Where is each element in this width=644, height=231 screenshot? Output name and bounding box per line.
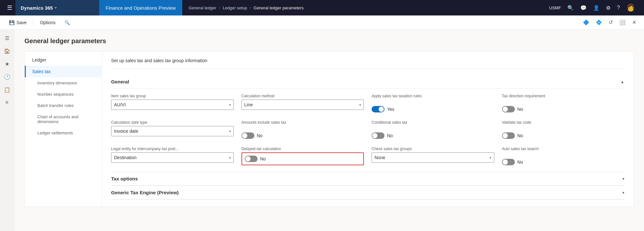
- save-icon: 💾: [9, 20, 14, 25]
- nav-item-inventory-dimensions[interactable]: Inventory dimensions: [25, 77, 102, 89]
- save-label: Save: [16, 20, 27, 25]
- brand-section: Dynamics 365 ▾: [15, 0, 99, 15]
- word-icon[interactable]: 💠: [593, 17, 605, 27]
- calculation-date-type-chevron: ▾: [229, 130, 231, 133]
- auto-sales-tax-search-field: Auto sales tax search No: [502, 147, 625, 165]
- search-icon[interactable]: 🔍: [565, 3, 576, 13]
- sidebar-workspaces-icon[interactable]: 📋: [1, 84, 13, 95]
- delayed-tax-calculation-toggle-field: No: [245, 156, 361, 162]
- general-section-title: General: [111, 79, 129, 84]
- validate-tax-code-label: Validate tax code: [502, 120, 625, 125]
- tax-direction-toggle-field: No: [502, 100, 625, 112]
- validate-tax-code-field: Validate tax code No: [502, 120, 625, 139]
- check-sales-tax-groups-label: Check sales tax groups: [372, 147, 494, 151]
- close-icon[interactable]: ✕: [630, 17, 639, 27]
- item-sales-tax-group-field: Item sales tax group AU/VI ▾: [111, 94, 234, 112]
- validate-tax-code-toggle[interactable]: [502, 132, 515, 139]
- apply-sales-tax-toggle[interactable]: [372, 106, 384, 112]
- nav-item-number-sequences[interactable]: Number sequences: [25, 89, 102, 100]
- tax-options-collapse-icon: ▾: [622, 177, 624, 181]
- brand-name: Dynamics 365: [21, 5, 53, 11]
- generic-tax-engine-title: Generic Tax Engine (Preview): [111, 190, 179, 195]
- amounts-include-value: No: [257, 133, 263, 138]
- check-sales-tax-groups-select[interactable]: None ▾: [372, 152, 494, 163]
- sidebar-recent-icon[interactable]: 🕐: [1, 71, 13, 82]
- legal-entity-value: Destination: [114, 155, 137, 160]
- amounts-include-toggle[interactable]: [242, 132, 254, 139]
- command-bar: 💾 Save Options 🔍 🔷 💠 ↺ ⬜ ✕: [0, 15, 644, 30]
- search-button[interactable]: 🔍: [61, 18, 74, 27]
- tax-direction-toggle[interactable]: [502, 106, 515, 112]
- breadcrumb-general-ledger[interactable]: General ledger: [189, 5, 216, 10]
- brand-chevron-icon[interactable]: ▾: [55, 5, 57, 10]
- delayed-tax-calculation-field: Delayed tax calculation No: [242, 147, 364, 165]
- form-row-2: Calculation date type Invoice date ▾ Amo…: [111, 115, 624, 141]
- item-sales-tax-group-value: AU/VI: [114, 102, 126, 107]
- legal-entity-label: Legal entity for intercompany tax post..…: [111, 147, 234, 151]
- amounts-include-toggle-field: No: [242, 126, 364, 139]
- check-sales-tax-groups-value: None: [374, 155, 385, 160]
- form-layout: Ledger Sales tax Inventory dimensions Nu…: [24, 51, 634, 207]
- help-icon[interactable]: ?: [614, 3, 622, 13]
- legal-entity-field: Legal entity for intercompany tax post..…: [111, 147, 234, 165]
- options-button[interactable]: Options: [36, 18, 59, 27]
- check-sales-tax-groups-field: Check sales tax groups None ▾: [372, 147, 494, 165]
- conditional-sales-tax-field: Conditional sales tax No: [372, 120, 494, 139]
- top-navigation-bar: ☰ Dynamics 365 ▾ Finance and Operations …: [0, 0, 644, 15]
- general-section: General ▲ Item sales tax group AU/VI ▾: [111, 75, 624, 172]
- conditional-sales-tax-toggle-field: No: [372, 126, 494, 139]
- save-button[interactable]: 💾 Save: [5, 18, 31, 27]
- apply-sales-tax-toggle-field: Yes: [372, 100, 494, 112]
- tax-options-section: Tax options ▾: [111, 172, 624, 186]
- calculation-method-label: Calculation method: [242, 94, 364, 98]
- breadcrumb: General ledger › Ledger setup › General …: [182, 5, 547, 10]
- item-sales-tax-group-select[interactable]: AU/VI ▾: [111, 100, 234, 110]
- conditional-sales-tax-toggle[interactable]: [372, 132, 384, 139]
- sidebar-home-icon[interactable]: 🏠: [1, 45, 13, 57]
- user-circle-icon[interactable]: 👤: [591, 3, 602, 13]
- command-bar-right: 🔷 💠 ↺ ⬜ ✕: [580, 17, 639, 27]
- delayed-tax-calculation-value: No: [260, 156, 266, 161]
- generic-tax-engine-header[interactable]: Generic Tax Engine (Preview) ▾: [111, 186, 624, 199]
- nav-item-batch-transfer-rules[interactable]: Batch transfer rules: [25, 100, 102, 111]
- restore-icon[interactable]: ⬜: [617, 17, 628, 27]
- nav-item-ledger[interactable]: Ledger: [25, 54, 102, 66]
- sidebar-nav-icon[interactable]: ☰: [1, 32, 13, 44]
- settings-icon[interactable]: ⚙: [603, 3, 613, 13]
- form-row-3: Legal entity for intercompany tax post..…: [111, 141, 624, 172]
- apply-sales-tax-label: Apply sales tax taxation rules: [372, 94, 494, 98]
- avatar-icon[interactable]: 👩: [624, 2, 638, 14]
- tax-direction-field: Tax direction requirement No: [502, 94, 625, 112]
- auto-sales-tax-search-value: No: [517, 159, 523, 165]
- hamburger-menu-icon[interactable]: ☰: [4, 4, 15, 11]
- refresh-icon[interactable]: ↺: [606, 17, 615, 27]
- delayed-tax-calculation-toggle[interactable]: [245, 156, 258, 162]
- calculation-method-field: Calculation method Line ▾: [242, 94, 364, 112]
- nav-item-chart-of-accounts[interactable]: Chart of accounts and dimensions: [25, 111, 102, 127]
- auto-sales-tax-search-toggle[interactable]: [502, 159, 515, 165]
- pin-icon[interactable]: 🔷: [580, 17, 592, 27]
- cmd-search-icon: 🔍: [64, 20, 70, 25]
- legal-entity-select[interactable]: Destination ▾: [111, 152, 234, 163]
- nav-item-ledger-settlements[interactable]: Ledger settlements: [25, 127, 102, 139]
- auto-sales-tax-search-toggle-field: No: [502, 152, 625, 165]
- sidebar-favorites-icon[interactable]: ★: [1, 58, 13, 70]
- conditional-sales-tax-label: Conditional sales tax: [372, 120, 494, 125]
- nav-panel: Ledger Sales tax Inventory dimensions Nu…: [25, 52, 102, 206]
- message-icon[interactable]: 💬: [578, 3, 589, 13]
- generic-tax-engine-section: Generic Tax Engine (Preview) ▾: [111, 186, 624, 200]
- delayed-tax-calculation-label: Delayed tax calculation: [242, 147, 364, 151]
- breadcrumb-ledger-setup[interactable]: Ledger setup: [223, 5, 247, 10]
- general-section-header[interactable]: General ▲: [111, 75, 624, 89]
- nav-item-sales-tax[interactable]: Sales tax: [25, 66, 102, 77]
- options-label: Options: [40, 20, 55, 25]
- calculation-date-type-select[interactable]: Invoice date ▾: [111, 126, 234, 136]
- form-row-1: Item sales tax group AU/VI ▾ Calculation…: [111, 89, 624, 115]
- general-collapse-icon: ▲: [620, 80, 624, 84]
- app-title: Finance and Operations Preview: [106, 5, 176, 11]
- top-bar-right-icons: USMF 🔍 💬 👤 ⚙ ? 👩: [546, 2, 640, 14]
- check-sales-tax-groups-chevron: ▾: [490, 156, 491, 159]
- calculation-method-select[interactable]: Line ▾: [242, 100, 364, 110]
- tax-options-header[interactable]: Tax options ▾: [111, 172, 624, 186]
- sidebar-modules-icon[interactable]: ≡: [1, 97, 13, 108]
